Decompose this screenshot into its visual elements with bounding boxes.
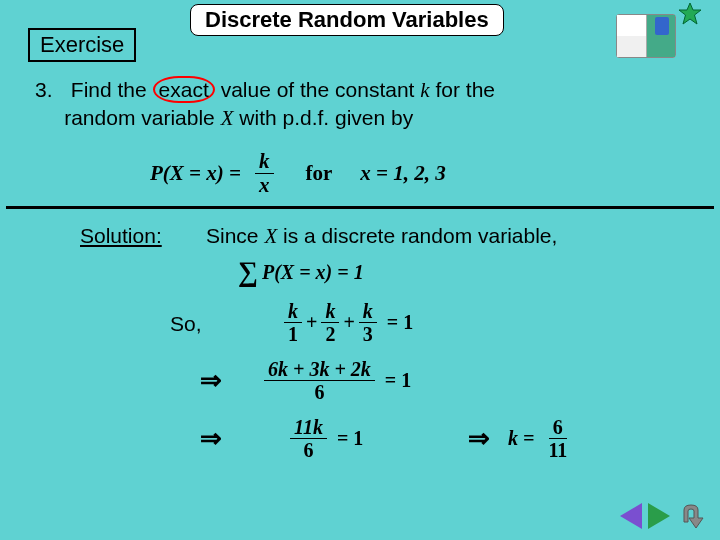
step-3a: ⇒ 11k6 = 1 xyxy=(200,416,363,461)
page-title: Discrete Random Variables xyxy=(190,4,504,36)
step-3b: ⇒ k = 611 xyxy=(468,416,575,461)
step-2: ⇒ 6k + 3k + 2k6 = 1 xyxy=(200,358,411,403)
sum-equation: ∑ P(X = x) = 1 xyxy=(238,256,364,288)
exact-highlight: exact xyxy=(153,76,215,103)
prev-icon[interactable] xyxy=(620,503,642,529)
implies-icon: ⇒ xyxy=(468,423,490,454)
nav-controls xyxy=(620,502,706,530)
question-text: 3. Find the exact value of the constant … xyxy=(35,76,690,133)
return-icon[interactable] xyxy=(676,502,706,530)
next-icon[interactable] xyxy=(648,503,670,529)
pdf-formula: P(X = x) = k x for x = 1, 2, 3 xyxy=(150,150,446,197)
since-line: Since X is a discrete random variable, xyxy=(206,224,557,249)
implies-icon: ⇒ xyxy=(200,365,222,396)
star-icon xyxy=(678,2,702,26)
so-label: So, xyxy=(170,312,202,336)
book-icon xyxy=(616,14,676,58)
solution-label: Solution: xyxy=(80,224,162,248)
so-equation: k1 + k2 + k3 = 1 xyxy=(280,300,413,345)
svg-marker-0 xyxy=(679,3,701,24)
question-number: 3. xyxy=(35,76,65,104)
divider xyxy=(6,206,714,209)
exercise-label: Exercise xyxy=(28,28,136,62)
implies-icon: ⇒ xyxy=(200,423,222,454)
